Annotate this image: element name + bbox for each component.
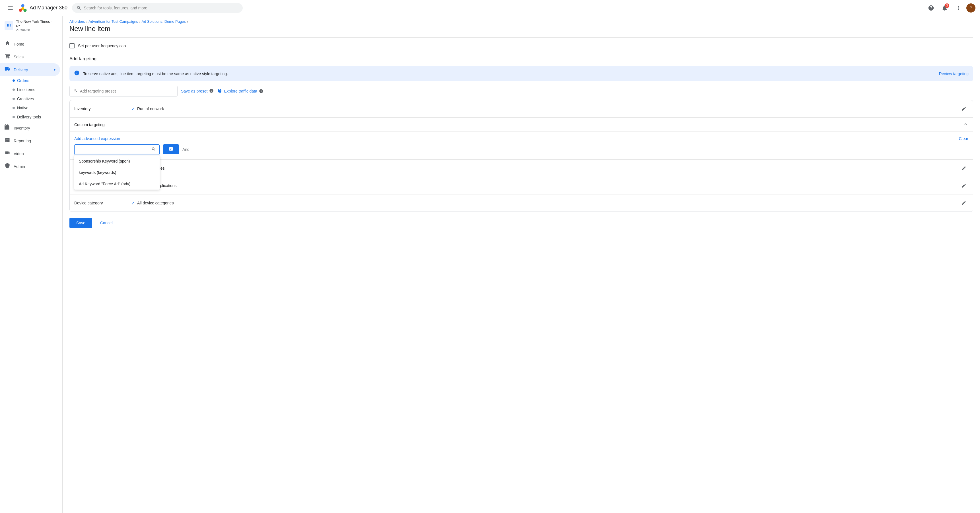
preset-input-wrap[interactable] [70, 86, 178, 97]
notification-badge: 3 [945, 3, 949, 8]
custom-targeting-header[interactable]: Custom targeting [70, 118, 973, 132]
add-targeting-label: Add targeting [70, 54, 973, 62]
info-banner: To serve native ads, line item targeting… [70, 66, 973, 81]
sidebar-item-video[interactable]: Video [0, 147, 60, 160]
org-id: 29390238 [16, 28, 58, 32]
svg-point-4 [19, 8, 22, 12]
sidebar-item-orders-label: Orders [17, 78, 29, 83]
dropdown-menu: Sponsorship Keyword (spon) keywords (key… [74, 155, 160, 190]
dot-icon [13, 116, 15, 118]
info-banner-text: To serve native ads, line item targeting… [83, 72, 933, 76]
search-input[interactable] [84, 6, 238, 10]
help-icon[interactable] [925, 2, 937, 14]
device-category-value-text: All device categories [137, 201, 173, 205]
app-name: Ad Manager 360 [30, 5, 67, 11]
device-category-label: Device category [74, 201, 131, 205]
freq-cap-label: Set per user frequency cap [78, 43, 126, 48]
page-title: New line item [63, 24, 980, 37]
inventory-label: Inventory [74, 107, 131, 111]
svg-rect-2 [8, 10, 13, 10]
sidebar-item-delivery[interactable]: Delivery ▾ [0, 63, 60, 76]
sidebar-item-delivery-tools[interactable]: Delivery tools [13, 112, 60, 121]
targeting-row-mobile-app: Mobile application ✓ All mobile applicat… [70, 177, 973, 194]
sidebar-item-reporting[interactable]: Reporting [0, 134, 60, 147]
org-switcher[interactable]: The New York Times - Pr... 29390238 [0, 16, 62, 35]
device-category-edit-button[interactable] [959, 198, 968, 207]
sidebar-item-creatives-label: Creatives [17, 97, 34, 101]
freq-cap-checkbox[interactable] [70, 43, 75, 48]
menu-icon[interactable] [5, 2, 16, 14]
dot-icon [13, 80, 15, 82]
targeting-card: Inventory ✓ Run of network Custom target… [70, 100, 973, 212]
sidebar-item-native[interactable]: Native [13, 104, 60, 112]
geography-edit-button[interactable] [959, 164, 968, 173]
clear-link[interactable]: Clear [959, 136, 968, 141]
sales-icon [5, 53, 10, 61]
preset-input[interactable] [80, 89, 174, 93]
dot-icon [13, 107, 15, 109]
sidebar-item-video-label: Video [14, 151, 24, 156]
delivery-icon [5, 66, 10, 73]
sidebar-item-home[interactable]: Home [0, 38, 60, 50]
sidebar-item-native-label: Native [17, 106, 29, 110]
ct-search-box[interactable]: keyword [74, 144, 160, 155]
more-options-icon[interactable] [953, 2, 964, 14]
include-button[interactable] [163, 144, 179, 154]
collapse-icon [963, 121, 968, 127]
explore-traffic-button[interactable]: Explore traffic data [217, 89, 263, 94]
cancel-button[interactable]: Cancel [95, 218, 117, 228]
info-icon [74, 70, 80, 77]
admin-icon [5, 163, 10, 170]
preset-search-icon [73, 88, 78, 94]
sidebar-item-inventory[interactable]: Inventory [0, 121, 60, 134]
sidebar-item-line-items[interactable]: Line items [13, 85, 60, 94]
custom-targeting-input[interactable]: keyword [78, 147, 149, 152]
device-category-value: ✓ All device categories [131, 201, 959, 206]
targeting-controls: Save as preset Explore traffic data [70, 86, 973, 97]
sidebar-item-sales[interactable]: Sales [0, 50, 60, 63]
ct-toolbar: Add advanced expression Clear [74, 136, 968, 141]
sidebar-item-admin[interactable]: Admin [0, 160, 60, 173]
bottom-actions: Save Cancel [70, 213, 973, 233]
svg-rect-1 [8, 8, 13, 8]
avatar[interactable]: P [966, 3, 975, 13]
and-text: And [182, 144, 189, 155]
search-bar[interactable] [72, 3, 243, 13]
targeting-row-inventory: Inventory ✓ Run of network [70, 100, 973, 118]
dropdown-item-2[interactable]: Ad Keyword "Force Ad" (adv) [74, 178, 160, 190]
app-logo: Ad Manager 360 [18, 3, 67, 13]
check-icon: ✓ [131, 106, 135, 112]
check-icon: ✓ [131, 201, 135, 206]
breadcrumb-advertiser[interactable]: Advertiser for Test Campaigns [89, 19, 138, 24]
svg-point-5 [23, 8, 27, 12]
org-name: The New York Times - Pr... [16, 19, 58, 28]
mobile-app-edit-button[interactable] [959, 181, 968, 190]
inventory-value-text: Run of network [137, 107, 164, 111]
dropdown-item-0[interactable]: Sponsorship Keyword (spon) [74, 155, 160, 167]
ct-input-row: keyword Sponsorship Keyword (spon) keywo… [74, 144, 968, 155]
notifications-icon[interactable]: 3 [939, 2, 950, 14]
chevron-down-icon: ▾ [54, 68, 56, 72]
breadcrumb-all-orders[interactable]: All orders [70, 19, 85, 24]
explore-traffic-label: Explore traffic data [224, 89, 257, 93]
breadcrumb-ad-solutions[interactable]: Ad Solutions: Demo Pages [142, 19, 186, 24]
save-button[interactable]: Save [70, 218, 92, 228]
sidebar-item-creatives[interactable]: Creatives [13, 94, 60, 104]
video-icon [5, 150, 10, 157]
add-expression-link[interactable]: Add advanced expression [74, 136, 120, 141]
dropdown-item-1[interactable]: keywords (keywords) [74, 167, 160, 178]
sidebar-item-orders[interactable]: Orders [13, 76, 60, 85]
reporting-icon [5, 137, 10, 144]
sidebar-item-home-label: Home [14, 42, 24, 46]
dot-icon [13, 89, 15, 91]
home-icon [5, 40, 10, 48]
sidebar-item-line-items-label: Line items [17, 88, 35, 92]
inventory-edit-button[interactable] [959, 104, 968, 113]
add-targeting-section: Add targeting To serve native ads, line … [70, 54, 973, 212]
ct-search-wrap: keyword Sponsorship Keyword (spon) keywo… [74, 144, 160, 155]
sidebar-item-sales-label: Sales [14, 55, 24, 59]
sidebar: The New York Times - Pr... 29390238 Home… [0, 16, 63, 513]
sidebar-item-delivery-tools-label: Delivery tools [17, 115, 41, 119]
review-targeting-link[interactable]: Review targeting [939, 72, 969, 76]
save-preset-button[interactable]: Save as preset [181, 89, 214, 94]
